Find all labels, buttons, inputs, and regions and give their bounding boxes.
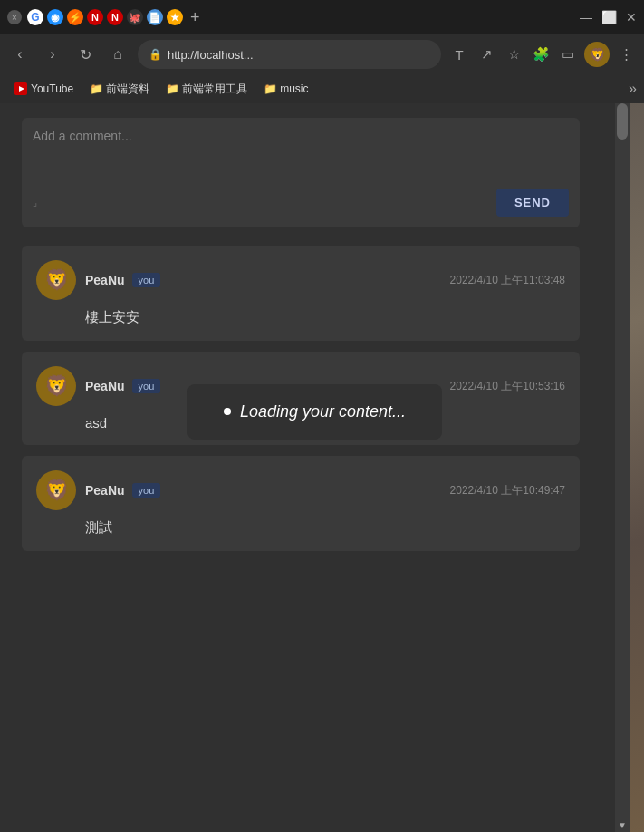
scrollbar-thumb[interactable] — [617, 103, 628, 140]
username-1: PeaNu — [85, 273, 125, 287]
comment-block-2: 🦁 PeaNu you 2022/4/10 上午10:53:16 asd — [22, 352, 580, 445]
favicon-blue: ◉ — [47, 9, 63, 25]
bookmark-music[interactable]: 📁 music — [256, 81, 315, 97]
content-area: ⌟ SEND 🦁 PeaNu you 2022/4/10 上午11:03:48 … — [0, 103, 630, 832]
comment-input-area: ⌟ SEND — [22, 118, 580, 227]
user-avatar-nav[interactable]: 🦁 — [584, 42, 610, 67]
favicon-n1: N — [87, 9, 103, 25]
comment-meta-2: PeaNu you 2022/4/10 上午10:53:16 — [85, 379, 565, 394]
address-text: http://localhost... — [168, 48, 254, 62]
tab-close-btn[interactable]: × — [7, 10, 22, 24]
browser-body: ⌟ SEND 🦁 PeaNu you 2022/4/10 上午11:03:48 … — [0, 103, 644, 832]
you-badge-1: you — [132, 273, 161, 287]
folder-icon-3: 📁 — [264, 82, 276, 95]
translate-icon[interactable]: T — [448, 44, 470, 65]
address-bar[interactable]: 🔒 http://localhost... — [138, 40, 441, 69]
menu-icon[interactable]: ⋮ — [615, 44, 637, 65]
you-badge-3: you — [132, 483, 161, 498]
comment-time-3: 2022/4/10 上午10:49:47 — [450, 483, 565, 498]
comment-text-2: asd — [36, 415, 565, 431]
reload-button[interactable]: ↻ — [72, 42, 98, 67]
username-2: PeaNu — [85, 379, 125, 393]
username-3: PeaNu — [85, 483, 125, 498]
you-badge-2: you — [132, 379, 161, 393]
sidebar-icon[interactable]: ▭ — [557, 44, 579, 65]
bookmarks-more-button[interactable]: » — [629, 81, 637, 97]
comment-text-1: 樓上安安 — [36, 309, 565, 326]
svg-marker-0 — [19, 86, 24, 92]
share-icon[interactable]: ↗ — [476, 44, 497, 65]
bookmark-frontend-tools-label: 前端常用工具 — [182, 82, 247, 97]
security-icon: 🔒 — [149, 48, 162, 61]
forward-button[interactable]: › — [40, 42, 65, 67]
user-avatar-3: 🦁 — [36, 470, 76, 510]
page-wrapper: ⌟ SEND 🦁 PeaNu you 2022/4/10 上午11:03:48 … — [0, 103, 601, 576]
comment-header-1: 🦁 PeaNu you 2022/4/10 上午11:03:48 — [36, 260, 565, 300]
resize-handle-icon: ⌟ — [33, 197, 37, 208]
send-button[interactable]: SEND — [496, 189, 569, 217]
comment-text-3: 測試 — [36, 519, 565, 537]
comment-textarea[interactable] — [33, 129, 569, 183]
favicon-github: 🐙 — [127, 9, 143, 25]
comment-block-1: 🦁 PeaNu you 2022/4/10 上午11:03:48 樓上安安 — [22, 246, 580, 341]
user-avatar-1: 🦁 — [36, 260, 76, 300]
bookmark-frontend-data-label: 前端資料 — [106, 82, 149, 97]
comment-header-2: 🦁 PeaNu you 2022/4/10 上午10:53:16 — [36, 366, 565, 406]
close-window-btn[interactable]: ✕ — [626, 10, 637, 24]
titlebar: × G ◉ ⚡ N N 🐙 📄 ★ + — ⬜ ✕ — [0, 0, 644, 34]
folder-icon-1: 📁 — [90, 82, 102, 95]
comment-meta-3: PeaNu you 2022/4/10 上午10:49:47 — [85, 483, 565, 498]
favicon-bolt: ⚡ — [67, 9, 83, 25]
bookmark-youtube-label: YouTube — [31, 82, 73, 95]
favicon-google: G — [27, 9, 43, 25]
comment-time-2: 2022/4/10 上午10:53:16 — [450, 379, 565, 394]
comment-time-1: 2022/4/10 上午11:03:48 — [450, 273, 565, 288]
bookmark-frontend-tools[interactable]: 📁 前端常用工具 — [159, 80, 255, 99]
minimize-btn[interactable]: — — [580, 10, 592, 24]
bookmark-youtube[interactable]: YouTube — [7, 81, 81, 97]
bookmark-music-label: music — [280, 82, 308, 95]
folder-icon-2: 📁 — [166, 82, 178, 95]
bookmarks-bar: YouTube 📁 前端資料 📁 前端常用工具 📁 music » — [0, 74, 644, 103]
scrollbar-down-arrow[interactable]: ▼ — [615, 817, 630, 832]
nav-right-icons: T ↗ ☆ 🧩 ▭ 🦁 ⋮ — [448, 42, 637, 67]
back-button[interactable]: ‹ — [7, 42, 33, 67]
bookmark-frontend-data[interactable]: 📁 前端資料 — [82, 80, 157, 99]
favicon-n2: N — [107, 9, 123, 25]
scrollbar[interactable]: ▲ ▼ — [615, 103, 630, 832]
new-tab-button[interactable]: + — [190, 8, 200, 27]
comment-block-3: 🦁 PeaNu you 2022/4/10 上午10:49:47 測試 — [22, 456, 580, 551]
youtube-favicon-icon — [14, 82, 27, 95]
side-image-strip — [630, 103, 644, 832]
home-button[interactable]: ⌂ — [105, 42, 130, 67]
extensions-icon[interactable]: 🧩 — [530, 44, 552, 65]
user-avatar-2: 🦁 — [36, 366, 76, 406]
maximize-btn[interactable]: ⬜ — [601, 10, 617, 24]
navbar: ‹ › ↻ ⌂ 🔒 http://localhost... T ↗ ☆ 🧩 ▭ … — [0, 34, 644, 74]
comment-meta-1: PeaNu you 2022/4/10 上午11:03:48 — [85, 273, 565, 288]
comment-header-3: 🦁 PeaNu you 2022/4/10 上午10:49:47 — [36, 470, 565, 510]
favicon-star: ★ — [167, 9, 183, 25]
favicon-doc: 📄 — [147, 9, 163, 25]
tab-favicons: G ◉ ⚡ N N 🐙 📄 ★ + — [27, 8, 574, 27]
bookmark-icon[interactable]: ☆ — [503, 44, 524, 65]
